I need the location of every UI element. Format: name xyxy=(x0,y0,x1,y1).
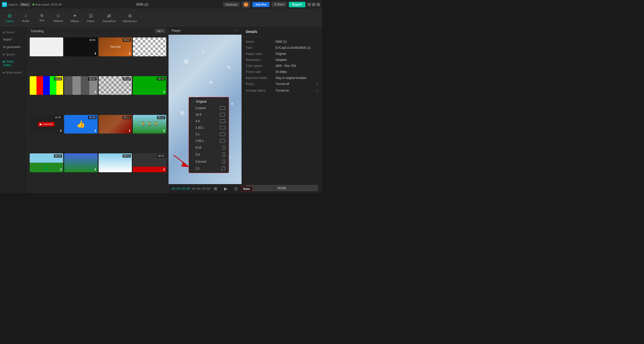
download-icon-12[interactable]: ⬇ xyxy=(163,129,165,133)
duration-16: 00:03 xyxy=(157,154,165,158)
ratio-label-185-1: 1.85:1 xyxy=(195,139,220,143)
detail-label-name: Name: xyxy=(246,40,273,44)
main-content: ▶ Device Import AI generated ▶ Spaces ▶ … xyxy=(0,27,322,193)
tool-stickers[interactable]: ☺ Stickers xyxy=(50,12,66,24)
ratio-label-custom: Custom xyxy=(195,106,220,110)
download-icon-4[interactable]: ⬇ xyxy=(163,52,165,55)
download-icon-6[interactable]: ⬇ xyxy=(94,90,97,94)
download-icon-3[interactable]: ⬇ xyxy=(128,52,131,55)
ratio-button[interactable]: Ratio xyxy=(241,187,253,191)
detail-label-path: Path: xyxy=(246,46,273,50)
ratio-icon-3-4 xyxy=(223,153,225,157)
sidebar-item-import[interactable]: Import xyxy=(0,36,27,43)
media-thumb-14[interactable]: ⬇ xyxy=(64,153,98,172)
user-button[interactable]: C... xyxy=(242,1,250,8)
maximize-button[interactable]: □ xyxy=(312,3,315,6)
media-thumb-16[interactable]: 00:03 ⬇ xyxy=(133,153,166,172)
download-icon-1[interactable]: ⬇ xyxy=(60,52,62,55)
ratio-item-16-9[interactable]: 16:9 xyxy=(189,111,229,118)
tool-import[interactable]: ⊞ Import xyxy=(2,12,17,24)
ratio-item-4-3[interactable]: 4:3 xyxy=(189,118,229,124)
import-label: Import xyxy=(6,20,13,23)
tool-filters[interactable]: ⊡ Filters xyxy=(83,12,98,24)
ratio-item-1-1[interactable]: 1:1 xyxy=(189,165,229,172)
menu-button[interactable]: Menu xyxy=(19,3,30,7)
media-thumb-6[interactable]: 00:01 ⬇ xyxy=(64,76,98,95)
media-thumb-12[interactable]: 00:11 🏃🏃🏃 ⬇ xyxy=(133,115,166,134)
download-icon-10[interactable]: ⬇ xyxy=(94,129,97,133)
download-icon-2[interactable]: ⬇ xyxy=(94,52,97,55)
media-thumb-7[interactable]: 00:10 ⬇ xyxy=(99,76,132,95)
ratio-icon-9-16 xyxy=(223,146,225,150)
tool-transitions[interactable]: ⇄ Transitions xyxy=(99,12,119,24)
media-thumb-2[interactable]: 00:06 ⬇ xyxy=(64,37,98,56)
zoom-fit-button[interactable]: ⊡ xyxy=(233,186,239,192)
ratio-item-custom[interactable]: Custom xyxy=(189,105,229,111)
media-thumb-1[interactable]: ⬇ xyxy=(30,37,63,56)
download-icon-16[interactable]: ⬇ xyxy=(163,168,165,171)
thumb-red-bottom xyxy=(133,167,166,172)
main-toolbar: ⊞ Import ♪ Audio TI Text ☺ Stickers ✦ Ef… xyxy=(0,9,322,27)
ratio-item-3-4[interactable]: 3:4 xyxy=(189,151,229,158)
tool-effects[interactable]: ✦ Effects xyxy=(67,12,82,24)
detail-framerate: Frame rate: 30.00fps xyxy=(246,70,318,74)
download-icon-5[interactable]: ⬇ xyxy=(60,90,62,94)
media-thumb-11[interactable]: 00:11 ⬇ xyxy=(99,115,132,134)
tool-text[interactable]: TI Text xyxy=(34,12,49,23)
download-icon-8[interactable]: ⬇ xyxy=(163,90,165,94)
info-icon-arrange[interactable]: ℹ xyxy=(317,89,318,93)
sidebar-item-stock-mater[interactable]: ▶ Stock mater... xyxy=(0,58,27,69)
media-thumb-8[interactable]: 00:10 ⬇ xyxy=(133,76,166,95)
modify-button[interactable]: Modify xyxy=(246,185,318,191)
details-panel: Details Name: 0505 (1) Path: D:/CapCut D… xyxy=(242,27,322,193)
sidebar-section-spaces[interactable]: ▶ Spaces xyxy=(0,51,27,58)
duration-6: 00:01 xyxy=(88,77,96,80)
close-button[interactable]: ✕ xyxy=(316,3,320,6)
ratio-item-185-1[interactable]: 1.85:1 xyxy=(189,138,229,144)
download-icon-11[interactable]: ⬇ xyxy=(128,129,131,133)
play-button[interactable]: ▶ xyxy=(223,186,229,192)
adjustment-label: Adjustment xyxy=(123,20,137,23)
media-thumb-10[interactable]: 00:06 👍 ⬇ xyxy=(64,115,98,134)
info-icon-proxy[interactable]: ℹ xyxy=(317,82,318,86)
media-thumb-9[interactable]: 00:05 ▶ Subscribe ⬇ xyxy=(30,115,63,134)
media-thumb-13[interactable]: 00:23 🌲 ⬇ xyxy=(30,153,63,172)
effects-icon: ✦ xyxy=(73,13,77,19)
download-icon-14[interactable]: ⬇ xyxy=(94,168,97,171)
export-button[interactable]: Export xyxy=(289,2,305,7)
ratio-item-9-16[interactable]: 9:16 xyxy=(189,144,229,151)
player-title: Player xyxy=(172,29,181,32)
all-filter-button[interactable]: All ≡ xyxy=(155,29,165,33)
minimize-button[interactable]: ─ xyxy=(307,3,311,6)
share-button[interactable]: ⬆ Share xyxy=(271,2,287,7)
player-menu-button[interactable]: ⋯ xyxy=(234,28,238,33)
ratio-item-original[interactable]: ✓ Original xyxy=(189,98,229,105)
adjustment-icon: ⊜ xyxy=(128,13,132,19)
ratio-item-2-1[interactable]: 2:1 xyxy=(189,131,229,138)
media-thumb-15[interactable]: 00:11 ⬇ xyxy=(99,153,132,172)
media-thumb-5[interactable]: 00:02 ⬇ xyxy=(30,76,63,95)
sidebar-item-ai-generated[interactable]: AI generated xyxy=(0,43,27,51)
ratio-item-58inch[interactable]: 5.8-inch xyxy=(189,158,229,165)
ratio-icon-custom xyxy=(220,106,225,110)
tool-adjustment[interactable]: ⊜ Adjustment xyxy=(120,12,140,24)
shortcuts-button[interactable]: Shortcuts xyxy=(223,2,239,7)
download-icon-9[interactable]: ⬇ xyxy=(60,129,62,133)
grid-view-button[interactable]: ⊞ xyxy=(212,186,219,192)
ratio-label-3-4: 3:4 xyxy=(195,153,223,156)
tool-audio[interactable]: ♪ Audio xyxy=(18,12,33,24)
detail-aspect: Aspect ratio: Original xyxy=(246,52,318,56)
sidebar-section-device[interactable]: ▶ Device xyxy=(0,29,27,36)
filters-icon: ⊡ xyxy=(89,13,93,19)
detail-value-resolution: Adapted xyxy=(275,58,318,62)
time-current: 00:00:10:00 xyxy=(172,187,190,190)
media-thumb-4[interactable]: ⬇ xyxy=(133,37,166,56)
sidebar-section-brand-assets[interactable]: ▶ Brand assets xyxy=(0,69,27,76)
download-icon-15[interactable]: ⬇ xyxy=(128,168,131,171)
media-thumb-3[interactable]: 00:02 The End ⬇ xyxy=(99,37,132,56)
ratio-label-9-16: 9:16 xyxy=(195,146,223,149)
ratio-item-235-1[interactable]: 2.35:1 xyxy=(189,124,229,131)
download-icon-13[interactable]: ⬇ xyxy=(60,168,62,171)
join-pro-button[interactable]: Join Pro xyxy=(252,2,269,7)
download-icon-7[interactable]: ⬇ xyxy=(128,90,131,94)
